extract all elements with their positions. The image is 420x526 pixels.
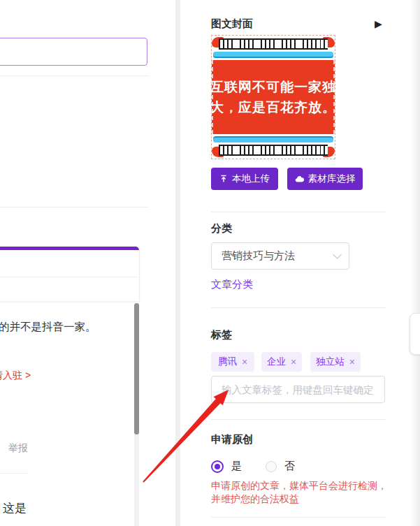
radio-no-label: 否 xyxy=(284,460,295,473)
original-section-title: 申请原创 xyxy=(211,433,253,446)
page-edge xyxy=(412,0,420,526)
local-upload-button[interactable]: 本地上传 xyxy=(211,168,278,190)
remove-tag-icon[interactable]: × xyxy=(291,357,296,367)
tag-label: 独立站 xyxy=(316,356,345,368)
remove-tag-icon[interactable]: × xyxy=(349,357,355,367)
divider xyxy=(211,307,386,308)
tag-pill: 企业 × xyxy=(261,352,302,372)
radio-yes-label: 是 xyxy=(231,460,242,473)
original-notice-text: 申请原创的文章，媒体平台会进行检测，并维护您的合法权益 xyxy=(211,479,387,506)
side-drawer-handle[interactable] xyxy=(410,313,420,355)
train-illustration xyxy=(212,134,335,159)
cover-image-preview[interactable]: 互联网不可能一家独 大，应是百花齐放。 xyxy=(211,35,335,159)
article-text: 的并不是抖音一家。 xyxy=(0,320,96,335)
material-library-label: 素材库选择 xyxy=(308,173,356,185)
tags-section-title: 标签 xyxy=(211,328,232,342)
divider xyxy=(0,75,148,76)
radio-yes[interactable] xyxy=(211,460,224,473)
chevron-down-icon xyxy=(333,250,342,259)
category-section-title: 分类 xyxy=(211,222,232,235)
cover-text-line2: 大，应是百花齐放。 xyxy=(210,97,336,117)
article-category-link[interactable]: 文章分类 xyxy=(211,278,253,291)
report-link[interactable]: 举报 xyxy=(8,442,28,455)
train-illustration xyxy=(212,36,335,60)
radio-no[interactable] xyxy=(266,461,277,472)
tag-pill: 独立站 × xyxy=(310,352,361,372)
scrollbar-thumb[interactable] xyxy=(134,303,139,434)
divider xyxy=(0,207,148,207)
pane-divider xyxy=(175,0,180,526)
tag-label: 企业 xyxy=(267,356,286,368)
title-input[interactable] xyxy=(0,38,147,66)
remove-tag-icon[interactable]: × xyxy=(242,357,247,367)
original-radio-group: 是 否 xyxy=(211,460,295,473)
divider xyxy=(211,419,386,420)
settle-in-link[interactable]: 请入驻 > xyxy=(0,370,31,382)
cloud-icon xyxy=(295,175,304,183)
divider xyxy=(211,212,386,212)
tag-input[interactable] xyxy=(211,376,385,403)
tag-pill: 腾讯 × xyxy=(211,352,254,372)
divider xyxy=(211,517,386,518)
divider xyxy=(0,473,29,474)
category-select[interactable]: 营销技巧与方法 xyxy=(211,242,349,270)
divider xyxy=(0,277,138,277)
material-library-button[interactable]: 素材库选择 xyxy=(287,168,363,190)
collapse-panel-icon[interactable]: ▶ xyxy=(375,18,382,29)
editor-panel-header xyxy=(0,247,140,301)
publish-settings-page: 的并不是抖音一家。 请入驻 > 举报 这是 图文封面 ▶ 互联网不可能一家独 大… xyxy=(0,0,420,526)
category-selected-value: 营销技巧与方法 xyxy=(222,249,333,263)
article-text: 这是 xyxy=(3,500,27,516)
cover-section-title: 图文封面 xyxy=(211,17,253,31)
cover-banner: 互联网不可能一家独 大，应是百花齐放。 xyxy=(212,60,335,134)
cover-text-line1: 互联网不可能一家独 xyxy=(210,77,336,97)
tag-label: 腾讯 xyxy=(218,356,237,368)
local-upload-label: 本地上传 xyxy=(232,173,270,185)
upload-icon xyxy=(219,175,228,183)
